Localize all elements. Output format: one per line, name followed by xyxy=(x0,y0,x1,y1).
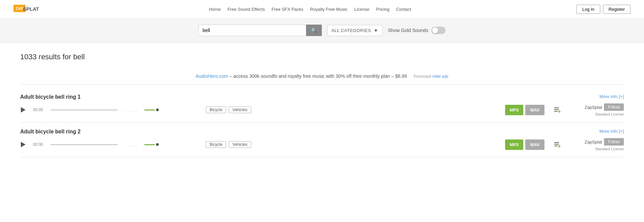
search-section: 🔍 ALL CATEGORIES ▼ Show Gold Sounds xyxy=(0,19,644,42)
wav-button[interactable]: WAV xyxy=(525,105,544,115)
follow-button[interactable]: Follow xyxy=(604,103,624,111)
download-buttons: MP3 WAV xyxy=(505,105,544,115)
ad-link[interactable]: AudioHero.com xyxy=(196,73,228,79)
sound-row: Adult bicycle bell ring 1 More info [+] … xyxy=(20,88,624,123)
volume-fill xyxy=(144,109,155,110)
nav-list: Home Free Sound Effects Free SFX Packs R… xyxy=(209,6,411,12)
download-buttons: MP3 WAV xyxy=(505,139,544,150)
sound-title: Adult bicycle bell ring 2 xyxy=(20,129,81,135)
license-text: Standard License xyxy=(595,147,624,151)
register-button[interactable]: Register xyxy=(603,5,631,14)
nav-home[interactable]: Home xyxy=(209,7,221,12)
tag-vehicles[interactable]: Vehicles xyxy=(229,141,251,148)
search-form: 🔍 xyxy=(198,25,322,36)
nav-pricing[interactable]: Pricing xyxy=(376,7,389,12)
creator-name: ZapSplat xyxy=(584,139,602,145)
more-info-button[interactable]: More info [+] xyxy=(599,129,624,134)
sound-row-header: Adult bicycle bell ring 2 More info [+] xyxy=(20,129,624,135)
tag-bicycle[interactable]: Bicycle xyxy=(206,106,226,113)
time-display: 00:00 xyxy=(33,107,44,112)
gold-sounds-label: Show Gold Sounds xyxy=(388,28,428,33)
promoted-label: Promoted xyxy=(414,74,431,79)
play-button[interactable] xyxy=(20,141,26,148)
add-to-list-button[interactable] xyxy=(551,138,563,151)
mp3-button[interactable]: MP3 xyxy=(505,105,524,115)
search-input[interactable] xyxy=(198,25,306,36)
volume-handle xyxy=(156,108,159,111)
category-dropdown[interactable]: ALL CATEGORIES ▼ xyxy=(327,25,383,36)
play-icon xyxy=(21,107,26,113)
volume-fill xyxy=(144,144,155,145)
search-button[interactable]: 🔍 xyxy=(306,25,322,36)
progress-track[interactable] xyxy=(50,109,118,110)
gold-sounds-toggle-area: Show Gold Sounds xyxy=(388,27,446,34)
nav-license[interactable]: License xyxy=(354,7,369,12)
toggle-knob xyxy=(432,27,438,33)
progress-track[interactable] xyxy=(50,144,118,145)
login-button[interactable]: Log In xyxy=(576,5,600,14)
chevron-down-icon: ▼ xyxy=(374,28,378,33)
more-info-button[interactable]: More info [+] xyxy=(599,94,624,99)
header: ZAP SPLAT Home Free Sound Effects Free S… xyxy=(0,0,644,19)
play-icon xyxy=(21,142,26,147)
tag-bicycle[interactable]: Bicycle xyxy=(206,141,226,148)
sound-title: Adult bicycle bell ring 1 xyxy=(20,94,81,100)
gold-sounds-toggle[interactable] xyxy=(431,27,446,34)
sound-row-header: Adult bicycle bell ring 1 More info [+] xyxy=(20,94,624,100)
tags-area: Bicycle Vehicles xyxy=(206,106,349,113)
options-button[interactable]: . . . . xyxy=(124,107,138,113)
creator-info: ZapSplat Follow Standard License xyxy=(570,138,624,151)
ad-banner: AudioHero.com – access 300k soundfx and … xyxy=(20,68,624,85)
hide-ads-link[interactable]: Hide ads xyxy=(432,74,448,79)
player-row: 00:00 . . . . Bicycle Vehicles MP3 WAV xyxy=(20,103,624,116)
nav-sfx-packs[interactable]: Free SFX Packs xyxy=(271,7,303,12)
tag-vehicles[interactable]: Vehicles xyxy=(229,106,251,113)
category-label: ALL CATEGORIES xyxy=(332,28,371,33)
volume-bar[interactable] xyxy=(144,108,159,111)
player-row: 00:00 . . . . Bicycle Vehicles MP3 WAV xyxy=(20,138,624,151)
nav-free-sounds[interactable]: Free Sound Effects xyxy=(227,7,265,12)
results-heading: 1033 results for bell xyxy=(20,53,624,61)
svg-text:ZAP: ZAP xyxy=(16,6,23,10)
svg-text:SPLAT: SPLAT xyxy=(23,6,39,12)
add-to-list-icon xyxy=(554,141,561,148)
add-to-list-button[interactable] xyxy=(551,104,563,116)
main-content: 1033 results for bell AudioHero.com – ac… xyxy=(0,42,644,167)
ad-description: – access 300k soundfx and royalty free m… xyxy=(228,73,407,79)
nav-royalty-music[interactable]: Royalty Free Music xyxy=(310,7,347,12)
license-text: Standard License xyxy=(595,112,624,116)
auth-buttons: Log In Register xyxy=(576,5,631,14)
tags-area: Bicycle Vehicles xyxy=(206,141,349,148)
search-icon: 🔍 xyxy=(311,28,317,33)
mp3-button[interactable]: MP3 xyxy=(505,139,524,150)
logo-svg: ZAP SPLAT xyxy=(13,3,44,15)
follow-button[interactable]: Follow xyxy=(604,138,624,146)
volume-handle xyxy=(156,143,159,146)
add-to-list-icon xyxy=(554,106,561,114)
creator-info: ZapSplat Follow Standard License xyxy=(570,103,624,116)
time-display: 00:00 xyxy=(33,142,44,147)
creator-name: ZapSplat xyxy=(584,105,602,110)
nav-contact[interactable]: Contact xyxy=(396,7,411,12)
sound-row: Adult bicycle bell ring 2 More info [+] … xyxy=(20,123,624,157)
play-button[interactable] xyxy=(20,107,26,113)
wav-button[interactable]: WAV xyxy=(525,139,544,150)
logo[interactable]: ZAP SPLAT xyxy=(13,3,44,15)
options-button[interactable]: . . . . xyxy=(124,142,138,147)
volume-bar[interactable] xyxy=(144,143,159,146)
main-nav: Home Free Sound Effects Free SFX Packs R… xyxy=(209,6,411,12)
